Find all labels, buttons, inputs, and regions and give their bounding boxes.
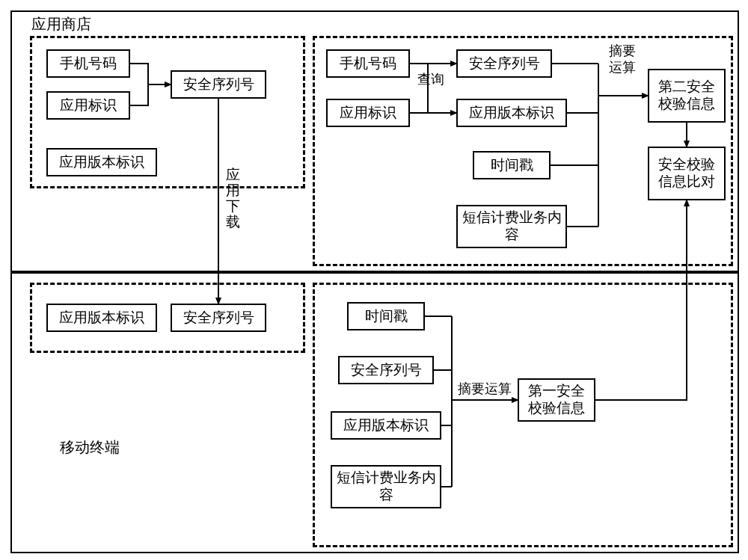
rb-first-check: 第一安全校验信息: [518, 378, 595, 422]
lt-app-version-id: 应用版本标识: [46, 148, 157, 176]
mobile-terminal-label: 移动终端: [60, 438, 120, 456]
diagram-canvas: 应用商店 移动终端 手机号码 应用标识 安全序列号 应用版本标识 应用版本标识 …: [0, 0, 748, 560]
lb-app-version-id: 应用版本标识: [46, 304, 157, 332]
lt-app-id: 应用标识: [46, 91, 130, 120]
rb-digest-label: 摘要运算: [458, 381, 512, 398]
rt-digest-label: 摘要运算: [606, 43, 639, 76]
rt-security-serial: 安全序列号: [456, 49, 552, 78]
rb-security-serial: 安全序列号: [338, 356, 434, 384]
rt-phone-number: 手机号码: [326, 49, 410, 78]
rt-compare: 安全校验信息比对: [648, 147, 726, 200]
rt-app-id: 应用标识: [326, 99, 410, 127]
lt-phone-number: 手机号码: [46, 49, 130, 78]
rt-app-version-id: 应用版本标识: [456, 99, 567, 127]
rb-sms-billing: 短信计费业务内容: [331, 465, 441, 508]
rb-timestamp: 时间戳: [347, 302, 425, 330]
lt-security-serial: 安全序列号: [171, 70, 266, 99]
rt-second-check: 第二安全校验信息: [648, 69, 726, 123]
rb-app-version-id: 应用版本标识: [331, 411, 441, 440]
rt-timestamp: 时间戳: [473, 151, 551, 179]
rt-sms-billing: 短信计费业务内容: [456, 205, 567, 248]
app-download-label: 应用下载: [224, 167, 241, 230]
app-store-label: 应用商店: [31, 15, 91, 33]
rt-query-label: 查询: [417, 72, 444, 88]
lb-security-serial: 安全序列号: [171, 304, 266, 332]
